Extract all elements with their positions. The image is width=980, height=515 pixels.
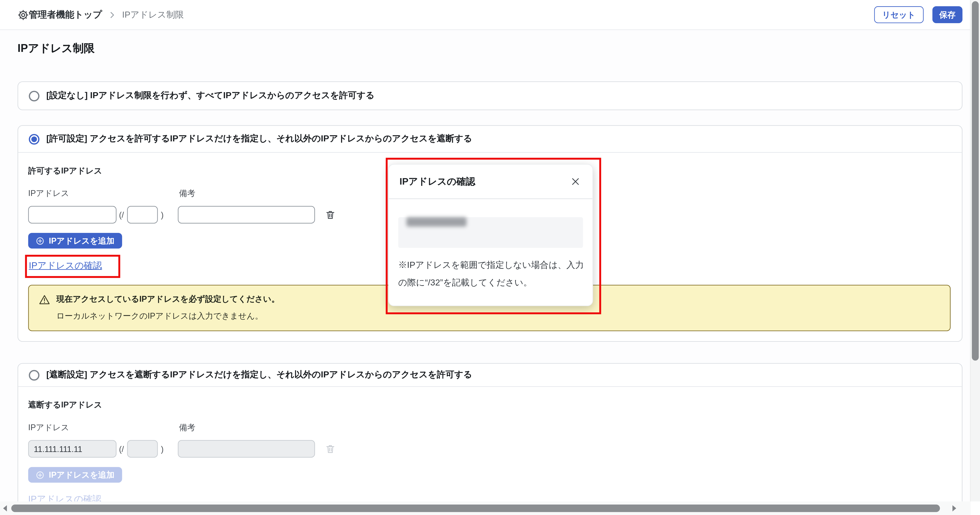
chevron-right-icon — [108, 10, 116, 19]
modal-note: ※IPアドレスを範囲で指定しない場合は、入力の際に“/32”を記載してください。 — [398, 256, 584, 291]
option-label-no-restriction: [設定なし] IPアドレス制限を行わず、すべてIPアドレスからのアクセスを許可す… — [46, 90, 375, 102]
vertical-scrollbar-thumb[interactable] — [972, 2, 978, 361]
deny-field-row: (/ ) — [28, 440, 951, 458]
warning-texts: 現在アクセスしているIPアドレスを必ず設定してください。 ローカルネットワークの… — [56, 294, 280, 322]
modal-title: IPアドレスの確認 — [399, 176, 475, 188]
allow-option-row: [許可設定] アクセスを許可するIPアドレスだけを指定し、それ以外のIPアドレス… — [18, 126, 962, 153]
deny-field-labels: IPアドレス 備考 — [28, 422, 951, 433]
deny-ip-input — [28, 440, 116, 458]
allow-ip-input[interactable] — [28, 206, 116, 224]
option-card-no-restriction: [設定なし] IPアドレス制限を行わず、すべてIPアドレスからのアクセスを許可す… — [18, 81, 963, 110]
allow-ip-label: IPアドレス — [28, 188, 179, 199]
deny-add-ip-label: IPアドレスを追加 — [49, 469, 115, 480]
deny-ip-label: IPアドレス — [28, 422, 179, 433]
breadcrumb-root-label: 管理者機能トップ — [29, 9, 102, 21]
scroll-left-arrow-icon[interactable] — [3, 505, 7, 512]
radio-no-restriction[interactable] — [29, 91, 40, 101]
trash-icon — [325, 209, 336, 221]
gear-icon — [18, 9, 29, 21]
warning-triangle-icon — [39, 294, 50, 305]
breadcrumb-admin-top[interactable]: 管理者機能トップ — [29, 9, 102, 21]
deny-add-ip-button: IPアドレスを追加 — [28, 467, 122, 483]
deny-delete-row-button — [325, 443, 336, 455]
reset-button[interactable]: リセット — [874, 6, 924, 23]
modal-header: IPアドレスの確認 — [389, 165, 592, 199]
deny-section-body: 遮断するIPアドレス IPアドレス 備考 (/ ) — [18, 387, 962, 515]
option-label-deny: [遮断設定] アクセスを遮断するIPアドレスだけを指定し、それ以外のIPアドレス… — [46, 369, 472, 381]
trash-icon-disabled — [325, 443, 336, 455]
option-label-allow: [許可設定] アクセスを許可するIPアドレスだけを指定し、それ以外のIPアドレス… — [46, 134, 472, 145]
plus-circle-icon-disabled — [36, 470, 45, 479]
allow-add-ip-button[interactable]: IPアドレスを追加 — [28, 233, 122, 248]
top-bar: 管理者機能トップ IPアドレス制限 リセット 保存 — [0, 0, 980, 30]
deny-note-label: 備考 — [179, 422, 195, 433]
allow-delete-row-button[interactable] — [325, 209, 336, 221]
ip-restriction-page: 管理者機能トップ IPアドレス制限 リセット 保存 IPアドレス制限 [設定なし… — [0, 0, 980, 515]
horizontal-scrollbar[interactable] — [0, 501, 970, 515]
allow-cidr-input[interactable] — [127, 206, 158, 224]
deny-section-title: 遮断するIPアドレス — [28, 399, 951, 411]
allow-check-ip-link[interactable]: IPアドレスの確認 — [29, 261, 102, 270]
scrollbar-corner — [970, 501, 980, 515]
allow-cidr-suffix: ) — [161, 210, 164, 219]
modal-body: ※IPアドレスを範囲で指定しない場合は、入力の際に“/32”を記載してください。 — [389, 199, 592, 291]
scroll-right-arrow-icon[interactable] — [952, 505, 956, 512]
current-ip-box — [398, 217, 583, 248]
annotation-box-link: IPアドレスの確認 — [25, 255, 120, 278]
deny-cidr-input — [127, 440, 158, 458]
warning-line2: ローカルネットワークのIPアドレスは入力できません。 — [56, 311, 280, 322]
allow-note-input[interactable] — [178, 206, 315, 224]
allow-add-ip-label: IPアドレスを追加 — [49, 235, 115, 246]
deny-cidr-prefix: (/ — [119, 444, 124, 453]
page-title: IPアドレス制限 — [18, 41, 980, 55]
allow-cidr-prefix: (/ — [119, 210, 124, 219]
save-button[interactable]: 保存 — [932, 6, 963, 23]
deny-option-row: [遮断設定] アクセスを遮断するIPアドレスだけを指定し、それ以外のIPアドレス… — [18, 364, 962, 387]
redacted-ip-value — [406, 217, 467, 227]
deny-cidr-suffix: ) — [161, 444, 164, 453]
option-card-deny: [遮断設定] アクセスを遮断するIPアドレスだけを指定し、それ以外のIPアドレス… — [18, 363, 963, 515]
ip-check-modal: IPアドレスの確認 ※IPアドレスを範囲で指定しない場合は、入力の際に“/32”… — [388, 164, 593, 306]
radio-allow[interactable] — [29, 134, 40, 144]
radio-deny[interactable] — [29, 370, 40, 380]
deny-note-input — [178, 440, 315, 458]
plus-circle-icon — [36, 236, 45, 245]
horizontal-scrollbar-thumb[interactable] — [11, 504, 940, 512]
allow-note-label: 備考 — [179, 188, 195, 199]
vertical-scrollbar[interactable] — [970, 0, 980, 515]
close-icon[interactable] — [569, 175, 582, 188]
breadcrumb-current: IPアドレス制限 — [122, 9, 184, 21]
warning-line1: 現在アクセスしているIPアドレスを必ず設定してください。 — [56, 294, 280, 305]
